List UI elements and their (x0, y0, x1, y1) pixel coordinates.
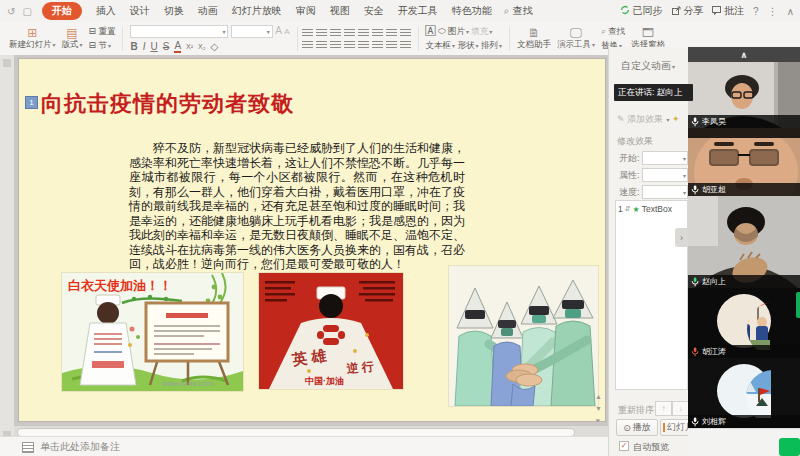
video-tile-avatar[interactable]: 刘相辉 (688, 358, 800, 428)
distribute-icon[interactable] (358, 41, 369, 49)
add-effect-button[interactable]: ✎ 添加效果 ▾ ✦ (617, 113, 680, 126)
justify-icon[interactable] (344, 41, 355, 49)
vertical-align-icon[interactable] (372, 41, 383, 49)
video-tile-speaking[interactable]: 赵向上 (688, 196, 800, 288)
horizontal-scrollbar[interactable] (14, 426, 608, 436)
video-tile-avatar[interactable]: 胡江涛 (688, 288, 800, 358)
comment-button[interactable]: 批注 (712, 4, 744, 18)
align-left-icon[interactable] (302, 41, 313, 49)
find-button[interactable]: ⌕ 查找 (601, 26, 625, 38)
meeting-side-handle[interactable] (796, 292, 800, 318)
reset-button[interactable]: ⊟ 重置 (89, 26, 116, 38)
modify-effect-label: 修改效果 (617, 135, 653, 148)
number-list-icon[interactable] (316, 29, 327, 37)
speed-select[interactable]: ▾ (642, 185, 688, 199)
font-name-select[interactable]: ▾ (130, 25, 228, 38)
slide-title[interactable]: 向抗击疫情的劳动者致敬 (41, 89, 294, 119)
indent-icon[interactable] (344, 29, 355, 37)
scroll-down-icon[interactable]: ▼ (595, 405, 602, 412)
meeting-action-button[interactable] (779, 438, 800, 456)
menu-search[interactable]: ⌕ 查找 (504, 4, 533, 18)
textbox-button[interactable]: 文本框▾ (426, 40, 456, 50)
play-button[interactable]: ⊙ 播放 (616, 419, 658, 436)
italic-button[interactable]: I (143, 41, 146, 52)
video-tile[interactable]: 胡亚超 (688, 128, 800, 196)
bullet-list-icon[interactable] (302, 29, 313, 37)
tab-features[interactable]: 特色功能 (452, 4, 492, 18)
reset-icon: ⊟ (89, 26, 97, 36)
caret-down-icon: ▾ (80, 42, 83, 48)
paragraph-more-icon[interactable] (400, 29, 411, 37)
tab-slideshow[interactable]: 幻灯片放映 (232, 4, 282, 18)
slide-thumbnail-strip[interactable] (0, 55, 14, 456)
font-size-select[interactable]: ▾ (231, 25, 273, 38)
underline-button[interactable]: U (150, 41, 157, 52)
property-select[interactable]: ▾ (642, 168, 688, 182)
tab-devtools[interactable]: 开发工具 (398, 4, 438, 18)
collapse-videos-button[interactable]: ∧ (688, 47, 800, 62)
columns-icon[interactable] (386, 29, 397, 37)
more-icon[interactable]: ⋮ (768, 6, 778, 17)
auto-preview-checkbox[interactable]: ✓ (619, 441, 629, 451)
clear-format-button[interactable]: ◇ (210, 41, 218, 52)
video-tile[interactable]: 李凤昊 (688, 62, 800, 128)
trigger-icon: ⇵ (625, 205, 631, 213)
layout-button[interactable]: ▤ 版式▾ (62, 27, 83, 50)
slide-canvas[interactable]: 1 向抗击疫情的劳动者致敬 猝不及防，新型冠状病毒已经威胁到了人们的生活和健康，… (18, 58, 606, 422)
reorder-up-button[interactable]: ↑ (655, 401, 672, 416)
line-spacing-icon[interactable] (358, 29, 369, 37)
strike-button[interactable]: S (163, 41, 170, 52)
tab-review[interactable]: 审阅 (296, 4, 316, 18)
picture-button[interactable]: 图片▾ (448, 26, 469, 36)
outdent-icon[interactable] (330, 29, 341, 37)
expand-meeting-panel-button[interactable]: › (675, 228, 688, 247)
poster-hero-drawing[interactable]: 英 雄 逆 行 中国·加油 (259, 273, 403, 389)
subscript-button[interactable]: X₂ (198, 43, 205, 50)
start-select[interactable]: ▾ (642, 151, 688, 165)
help-icon[interactable]: ? (753, 6, 759, 17)
tab-view[interactable]: 视图 (330, 4, 350, 18)
notes-bar[interactable]: 单击此处添加备注 (0, 436, 608, 456)
share-button[interactable]: 分享 (672, 4, 704, 18)
tab-design[interactable]: 设计 (130, 4, 150, 18)
tab-insert[interactable]: 插入 (96, 4, 116, 18)
collapse-ribbon-icon[interactable]: ∧ (787, 6, 794, 17)
increase-font-icon[interactable]: A (275, 25, 282, 36)
paragraph-settings-icon[interactable] (400, 41, 411, 49)
new-slide-button[interactable]: ⊞ 新建幻灯片▾ (9, 27, 56, 50)
superscript-button[interactable]: X² (186, 43, 193, 50)
section-button[interactable]: ⊟ 节▾ (89, 40, 116, 52)
next-slide-icon[interactable]: ⏷ (595, 417, 601, 425)
animation-list-item[interactable]: 1 ⇵ ★ TextBox (616, 201, 687, 217)
tab-transition[interactable]: 切换 (164, 4, 184, 18)
clipboard-icon[interactable]: ▢ (22, 6, 31, 17)
decrease-font-icon[interactable]: A (284, 27, 289, 36)
align-center-icon[interactable] (316, 41, 327, 49)
poster-nurse-drawing[interactable]: 白衣天使加油！！ www.tuns.com (62, 273, 243, 391)
bold-button[interactable]: B (130, 41, 137, 52)
participant-namebar: 刘相辉 (688, 415, 800, 428)
text-direction-icon[interactable] (372, 29, 383, 37)
reorder-down-button[interactable]: ↓ (672, 401, 689, 416)
tab-home[interactable]: 开始 (42, 2, 82, 20)
collapse-icon: ∧ (740, 50, 747, 60)
poster-medical-team-drawing[interactable] (449, 266, 598, 406)
caret-down-icon: ▾ (452, 43, 455, 49)
tab-security[interactable]: 安全 (364, 4, 384, 18)
doc-assistant-button[interactable]: 🗎 文档助手 (517, 27, 551, 50)
font-color-button[interactable]: A (174, 40, 181, 53)
present-tools-button[interactable]: 🖵 演示工具▾ (557, 27, 595, 50)
sync-status[interactable]: 已同步 (620, 4, 663, 18)
scroll-up-icon[interactable]: ▲ (595, 393, 602, 400)
panel-title[interactable]: 自定义动画▾ (621, 59, 675, 73)
shape-button[interactable]: 形状▾ (457, 40, 478, 50)
undo-icon[interactable]: ↺ (7, 6, 15, 17)
align-right-icon[interactable] (330, 41, 341, 49)
notes-placeholder[interactable]: 单击此处添加备注 (40, 440, 120, 454)
slide-body-text[interactable]: 猝不及防，新型冠状病毒已经威胁到了人们的生活和健康，感染率和死亡率快速增长着，这… (129, 141, 465, 272)
autofit-icon[interactable] (386, 41, 397, 49)
smart-animation-icon[interactable]: ✦ (672, 114, 680, 124)
arrange-button[interactable]: 排列▾ (481, 40, 502, 50)
fill-button[interactable]: 填充▾ (471, 26, 492, 36)
tab-animation[interactable]: 动画 (198, 4, 218, 18)
